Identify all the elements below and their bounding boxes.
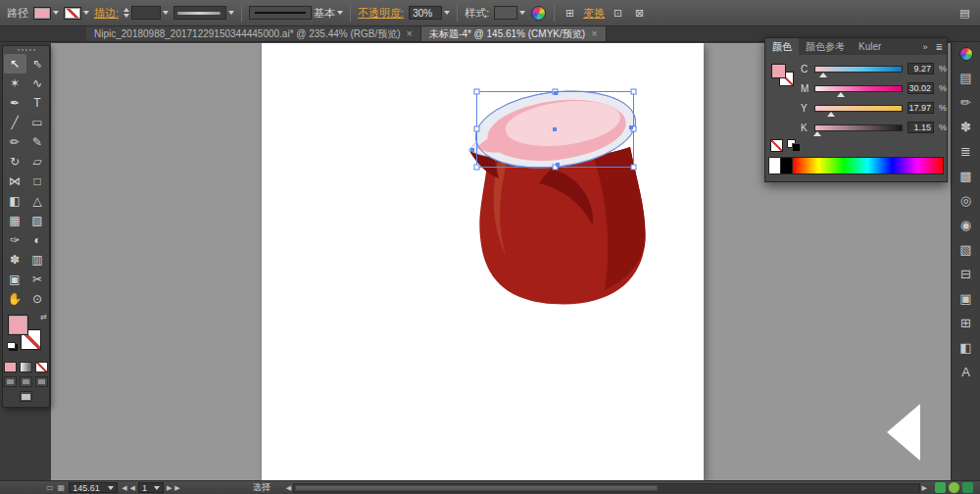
cyan-value[interactable]: 9.27 [907, 63, 934, 74]
swatches-panel-icon[interactable]: ▤ [954, 66, 979, 90]
tab-color[interactable]: 颜色 [765, 38, 799, 55]
magenta-slider-handle[interactable] [837, 92, 845, 97]
black-slider[interactable] [814, 124, 903, 131]
black-spectrum-swatch[interactable] [781, 158, 793, 173]
stroke-panel-link[interactable]: 描边: [94, 6, 119, 21]
tools-panel-grip[interactable] [3, 46, 49, 54]
document-tab-2[interactable]: 未标题-4* @ 145.61% (CMYK/预览) × [421, 26, 607, 41]
perspective-grid-tool[interactable]: △ [26, 191, 49, 211]
transform-link[interactable]: 变换 [583, 6, 605, 21]
brushes-panel-icon[interactable]: ✏ [954, 90, 979, 115]
arrange-button[interactable]: ⊡ [610, 4, 626, 22]
hue-spectrum-ramp[interactable] [793, 158, 943, 173]
line-segment-tool[interactable]: ╱ [4, 113, 26, 132]
gradient-tool[interactable]: ▧ [26, 211, 49, 230]
draw-behind-button[interactable] [20, 376, 32, 387]
gradient-mode-button[interactable] [20, 362, 32, 372]
color-panel-icon[interactable] [954, 41, 979, 66]
eyedropper-tool[interactable]: ✑ [4, 230, 26, 250]
pathfinder-panel-icon[interactable]: ◧ [954, 335, 979, 360]
first-artboard-button[interactable]: ◀ [122, 484, 126, 492]
collapse-panel-icon[interactable]: » [918, 38, 931, 55]
draw-normal-button[interactable] [4, 376, 17, 387]
panel-options-button[interactable]: ▤ [956, 4, 973, 22]
paintbrush-tool[interactable]: ✏ [4, 132, 26, 152]
tray-icon-2[interactable] [949, 482, 959, 493]
rectangle-tool[interactable]: ▭ [26, 113, 49, 132]
previous-artboard-button[interactable]: ◀ [130, 484, 135, 492]
symbols-panel-icon[interactable]: ✽ [954, 115, 979, 139]
stroke-color-control[interactable] [64, 7, 89, 20]
symbol-sprayer-tool[interactable]: ✽ [4, 250, 26, 270]
artboard[interactable] [262, 43, 704, 480]
stepper-icon[interactable] [123, 8, 129, 18]
tab-color-guide[interactable]: 颜色参考 [799, 38, 852, 55]
color-spectrum[interactable] [768, 157, 944, 174]
width-tool[interactable]: ⋈ [4, 172, 26, 191]
transparency-panel-icon[interactable]: ◎ [954, 188, 979, 213]
rotate-tool[interactable]: ↻ [4, 152, 26, 172]
close-tab-icon[interactable]: × [591, 28, 597, 39]
isolate-button[interactable]: ⊠ [631, 4, 648, 22]
align-panel-icon[interactable]: ⊞ [954, 311, 979, 335]
none-swatch[interactable] [770, 139, 783, 152]
zoom-level-select[interactable]: 145.61 [69, 482, 118, 493]
opacity-input[interactable]: 30% [409, 6, 450, 20]
width-profile-select[interactable] [173, 6, 234, 20]
shape-builder-tool[interactable]: ◧ [4, 191, 26, 211]
default-fill-stroke-icon[interactable] [7, 342, 16, 349]
hand-tool[interactable]: ✋ [4, 289, 26, 309]
document-tab-1[interactable]: Nipic_20180988_20171229150344445000.ai* … [86, 26, 421, 41]
style-select[interactable] [494, 6, 525, 20]
appearance-panel-icon[interactable]: ◉ [954, 213, 979, 237]
swap-fill-stroke-icon[interactable]: ⇄ [40, 313, 47, 321]
scrollbar-thumb[interactable] [295, 485, 658, 491]
panel-fill-swatch[interactable] [771, 64, 786, 78]
fill-color-control[interactable] [33, 7, 59, 20]
last-artboard-button[interactable]: ▶ [174, 484, 179, 492]
black-white-swatch[interactable] [787, 139, 801, 152]
color-mode-button[interactable] [4, 362, 17, 372]
mesh-tool[interactable]: ▦ [4, 211, 26, 230]
graphic-styles-panel-icon[interactable]: ▧ [954, 237, 979, 262]
black-value[interactable]: 1.15 [907, 122, 934, 133]
fill-indicator[interactable] [8, 315, 28, 335]
artboard-tool[interactable]: ▣ [4, 270, 26, 289]
column-graph-tool[interactable]: ▥ [26, 250, 49, 270]
direct-selection-tool[interactable]: ⇖ [26, 54, 49, 74]
yellow-slider-handle[interactable] [827, 112, 835, 117]
character-panel-icon[interactable]: A [954, 360, 979, 384]
type-tool[interactable]: T [26, 93, 49, 113]
white-spectrum-swatch[interactable] [769, 158, 781, 173]
panel-menu-icon[interactable]: ≣ [931, 38, 947, 55]
recolor-artwork-button[interactable] [530, 4, 547, 22]
align-button[interactable]: ⊞ [562, 4, 578, 22]
tray-icon-1[interactable] [935, 482, 946, 493]
yellow-value[interactable]: 17.97 [907, 102, 934, 114]
magenta-slider[interactable] [814, 85, 903, 92]
layers-panel-icon[interactable]: ⊟ [954, 262, 979, 286]
none-mode-button[interactable] [35, 362, 48, 372]
pen-tool[interactable]: ✒ [4, 93, 26, 113]
selection-tool[interactable]: ↖ [4, 54, 26, 74]
cyan-slider[interactable] [814, 66, 903, 73]
lasso-tool[interactable]: ∿ [26, 74, 49, 93]
close-tab-icon[interactable]: × [407, 28, 413, 39]
scale-tool[interactable]: ▱ [26, 152, 49, 172]
change-screen-mode-button[interactable] [20, 391, 32, 402]
jug-artwork[interactable] [468, 82, 646, 304]
black-slider-handle[interactable] [813, 131, 821, 136]
yellow-slider[interactable] [814, 105, 903, 112]
draw-inside-button[interactable] [35, 376, 48, 387]
zoom-tool[interactable]: ⊙ [26, 289, 49, 309]
opacity-link[interactable]: 不透明度: [358, 6, 404, 21]
stroke-panel-icon[interactable]: ≣ [954, 139, 979, 164]
stroke-weight-input[interactable] [123, 6, 169, 20]
brush-definition-select[interactable]: 基本 [249, 6, 343, 21]
artboard-number-select[interactable]: 1 [138, 482, 164, 493]
pencil-tool[interactable]: ✎ [26, 132, 49, 152]
slice-tool[interactable]: ✂ [26, 270, 49, 289]
tab-kuler[interactable]: Kuler [852, 38, 888, 55]
scrollbar-track[interactable] [293, 483, 920, 493]
horizontal-scrollbar[interactable]: ◀ ▶ [286, 483, 927, 493]
